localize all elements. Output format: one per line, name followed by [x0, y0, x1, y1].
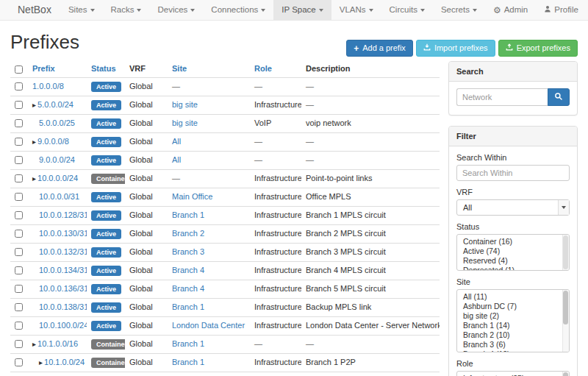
- navbar-menu-item[interactable]: Racks: [103, 0, 150, 20]
- prefix-link[interactable]: 10.0.0.136/31: [39, 284, 87, 293]
- status-option[interactable]: Deprecated (1): [457, 266, 569, 271]
- column-header[interactable]: Role: [250, 61, 301, 77]
- site-link[interactable]: Branch 1: [172, 339, 204, 348]
- prefix-link[interactable]: 10.1.0.0/16: [37, 339, 78, 348]
- site-link[interactable]: All: [172, 137, 181, 146]
- site-link[interactable]: big site: [172, 118, 198, 127]
- row-checkbox[interactable]: [15, 303, 23, 311]
- scrollbar-thumb[interactable]: [563, 372, 568, 376]
- site-listbox[interactable]: All (11)Ashburn DC (7)big site (2)Branch…: [456, 289, 570, 352]
- scrollbar-thumb[interactable]: [563, 291, 568, 324]
- profile-link[interactable]: Profile: [536, 0, 587, 20]
- site-link[interactable]: All: [172, 155, 181, 164]
- search-button[interactable]: [548, 88, 570, 106]
- site-option[interactable]: Ashburn DC (7): [457, 302, 569, 311]
- status-option[interactable]: Container (16): [457, 237, 569, 246]
- column-header[interactable]: Status: [87, 61, 125, 77]
- prefix-link[interactable]: 10.0.0.130/31: [39, 229, 87, 238]
- navbar-menu-item[interactable]: IP Space: [273, 0, 331, 20]
- site-link[interactable]: —: [172, 82, 180, 91]
- prefix-link[interactable]: 9.0.0.0/24: [39, 155, 75, 164]
- prefix-link[interactable]: 10.1.0.0/24: [44, 358, 85, 366]
- prefix-link[interactable]: 9.0.0.0/8: [37, 137, 69, 146]
- row-checkbox[interactable]: [15, 285, 23, 293]
- search-input[interactable]: [456, 88, 548, 106]
- vrf-cell: Global: [125, 77, 168, 96]
- site-option[interactable]: Branch 1 (14): [457, 321, 569, 330]
- role-listbox[interactable]: Infrastructure (25)Management (8)Private…: [456, 371, 570, 376]
- column-header[interactable]: VRF: [125, 61, 168, 77]
- row-checkbox[interactable]: [15, 82, 23, 91]
- site-option[interactable]: Branch 3 (6): [457, 340, 569, 350]
- site-option[interactable]: Branch 4 (12): [457, 350, 569, 352]
- search-within-input[interactable]: [456, 165, 570, 181]
- status-badge: Active: [91, 137, 121, 147]
- import-prefixes-button[interactable]: Import prefixes: [416, 40, 495, 57]
- site-link[interactable]: Branch 1: [172, 302, 204, 311]
- row-checkbox[interactable]: [15, 230, 23, 238]
- row-checkbox[interactable]: [15, 101, 23, 109]
- site-link[interactable]: Branch 2: [172, 229, 204, 238]
- site-link[interactable]: London Data Center: [172, 321, 245, 330]
- site-link[interactable]: Branch 3: [172, 247, 204, 256]
- site-link[interactable]: Main Office: [172, 192, 212, 201]
- vrf-select[interactable]: All: [456, 199, 570, 216]
- site-link[interactable]: big site: [172, 100, 198, 109]
- row-checkbox[interactable]: [15, 248, 23, 256]
- brand-logo[interactable]: NetBox: [9, 0, 60, 20]
- site-option[interactable]: All (11): [457, 292, 569, 302]
- row-checkbox[interactable]: [15, 119, 23, 127]
- navbar-menu-item[interactable]: VLANs: [331, 0, 381, 20]
- scrollbar-track[interactable]: [562, 372, 569, 376]
- prefix-link[interactable]: 10.0.100.0/24: [39, 321, 87, 330]
- row-checkbox[interactable]: [15, 358, 23, 366]
- prefix-link[interactable]: 10.0.0.132/31: [39, 247, 87, 256]
- row-checkbox[interactable]: [15, 266, 23, 274]
- prefix-link[interactable]: 10.0.0.128/31: [39, 210, 87, 219]
- status-option[interactable]: Active (74): [457, 246, 569, 256]
- row-checkbox[interactable]: [15, 138, 23, 146]
- prefix-link[interactable]: 10.0.0.0/24: [37, 174, 78, 182]
- description-cell: voip network: [306, 118, 351, 127]
- site-link[interactable]: Branch 1: [172, 210, 204, 219]
- navbar-menu-item[interactable]: Circuits: [381, 0, 433, 20]
- navbar-menu-item[interactable]: Sites: [60, 0, 103, 20]
- top-navbar: NetBox Sites Racks Devices Connections I…: [0, 0, 588, 21]
- status-listbox[interactable]: Container (16)Active (74)Reserved (4)Dep…: [456, 234, 570, 271]
- row-checkbox[interactable]: [15, 322, 23, 330]
- site-link[interactable]: —: [172, 174, 180, 182]
- scrollbar-track[interactable]: [562, 290, 569, 352]
- scrollbar-track[interactable]: [562, 235, 569, 270]
- prefix-link[interactable]: 1.0.0.0/8: [32, 82, 64, 91]
- site-link[interactable]: Branch 4: [172, 284, 204, 293]
- column-header[interactable]: Description: [301, 61, 440, 77]
- site-link[interactable]: Branch 1: [172, 358, 204, 366]
- select-all-checkbox[interactable]: [15, 65, 23, 74]
- row-checkbox[interactable]: [15, 211, 23, 219]
- prefix-link[interactable]: 10.0.0.0/31: [39, 192, 79, 201]
- prefix-link[interactable]: 10.0.0.134/31: [39, 266, 87, 274]
- sidebar: Search Filter Search Within VRF: [448, 61, 578, 376]
- table-row: ▸10.0.0.138/31 Active Global Branch 1 In…: [10, 298, 440, 316]
- navbar-menu-item[interactable]: Devices: [149, 0, 203, 20]
- admin-link[interactable]: ⚙ Admin: [485, 0, 536, 20]
- status-option[interactable]: Reserved (4): [457, 256, 569, 266]
- add-prefix-button[interactable]: + Add a prefix: [346, 40, 413, 57]
- prefix-link[interactable]: 5.0.0.0/24: [37, 100, 74, 109]
- navbar-menu-item[interactable]: Secrets: [433, 0, 485, 20]
- navbar-menu-item[interactable]: Connections: [203, 0, 273, 20]
- export-prefixes-button[interactable]: Export prefixes: [498, 40, 578, 57]
- row-checkbox[interactable]: [15, 174, 23, 182]
- column-header[interactable]: Site: [168, 61, 250, 77]
- site-link[interactable]: Branch 4: [172, 266, 204, 274]
- site-option[interactable]: big site (2): [457, 311, 569, 321]
- site-option[interactable]: Branch 2 (10): [457, 330, 569, 340]
- column-header[interactable]: Prefix: [28, 61, 87, 77]
- prefix-link[interactable]: 5.0.0.0/25: [39, 118, 75, 127]
- table-body: ▸1.0.0.0/8 Active Global — — — ▸5.0.0.0/…: [10, 77, 440, 376]
- prefix-link[interactable]: 10.0.0.138/31: [39, 302, 87, 311]
- row-checkbox[interactable]: [15, 340, 23, 348]
- row-checkbox[interactable]: [15, 156, 23, 164]
- row-checkbox[interactable]: [15, 193, 23, 201]
- scrollbar-thumb[interactable]: [563, 235, 568, 269]
